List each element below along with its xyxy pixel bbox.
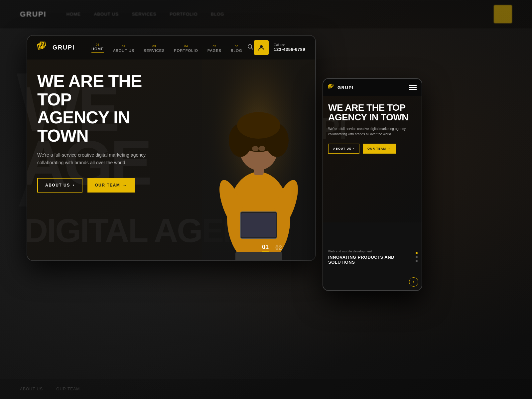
hero-subtext: We're a full-service creative digital ma… bbox=[37, 151, 154, 166]
slide-indicators: 01 02 bbox=[262, 244, 282, 252]
tablet-nav-right: Call us: 123-4356-6789 bbox=[254, 40, 305, 55]
svg-point-17 bbox=[259, 146, 265, 151]
tablet-hero: WE AGE DIGITAL AGENCY GRUPI 01 HOM bbox=[27, 36, 315, 260]
call-info: Call us: 123-4356-6789 bbox=[274, 43, 305, 52]
logo-icon bbox=[37, 42, 49, 54]
phone-navbar: GRUPI bbox=[323, 79, 422, 96]
woman-illustration bbox=[202, 46, 315, 260]
svg-point-15 bbox=[237, 112, 280, 139]
hamburger-menu[interactable] bbox=[409, 85, 417, 90]
phone-hero: PI WE ARE THE TOP AGENCY IN TOWN We're a… bbox=[323, 96, 422, 222]
svg-rect-21 bbox=[328, 85, 332, 88]
tablet-nav-pages[interactable]: 05 PAGES bbox=[207, 45, 221, 53]
tablet-hero-content: WE ARE THE TOP AGENCY IN TOWN We're a fu… bbox=[37, 72, 177, 193]
phone-service-title: INNOVATING PRODUCTS AND SOLUTIONS bbox=[328, 255, 417, 265]
tablet-logo: GRUPI bbox=[37, 42, 75, 54]
tablet-logo-text: GRUPI bbox=[53, 44, 75, 51]
phone-bottom-section: Web and mobile development INNOVATING PR… bbox=[323, 222, 422, 291]
svg-line-4 bbox=[251, 48, 253, 50]
phone-logo-icon bbox=[328, 84, 335, 91]
bg-bottom-bar: ABOUT US OUR TEAM bbox=[0, 379, 532, 399]
svg-point-16 bbox=[252, 146, 259, 151]
hero-buttons: ABOUT US › OUR TEAM → bbox=[37, 178, 177, 193]
svg-rect-1 bbox=[39, 43, 44, 48]
phone-hero-buttons: ABOUT US › OUR TEAM → bbox=[328, 144, 417, 154]
phone-subtext: We're a full-service creative digital ma… bbox=[328, 126, 417, 137]
svg-point-5 bbox=[260, 45, 263, 48]
phone-mockup: GRUPI PI WE ARE THE TOP AGENCY IN TOWN W… bbox=[323, 78, 422, 291]
tablet-nav-home[interactable]: 01 HOME bbox=[91, 43, 104, 53]
tablet-navbar: GRUPI 01 HOME 02 ABOUT US 03 SERVICES bbox=[27, 36, 315, 60]
phone-circle-button[interactable]: › bbox=[409, 277, 418, 287]
phone-service-label: Web and mobile development bbox=[328, 250, 417, 253]
phone-hero-content: WE ARE THE TOP AGENCY IN TOWN We're a fu… bbox=[323, 96, 422, 160]
tablet-nav-about[interactable]: 02 ABOUT US bbox=[113, 45, 134, 53]
phone-headline: WE ARE THE TOP AGENCY IN TOWN bbox=[328, 103, 417, 122]
hero-headline: WE ARE THE TOP AGENCY IN TOWN bbox=[37, 72, 177, 145]
bg-bottom-item-1: ABOUT US bbox=[20, 387, 43, 391]
user-button[interactable] bbox=[254, 40, 269, 55]
phone-about-button[interactable]: ABOUT US › bbox=[328, 144, 359, 154]
tablet-nav-blog[interactable]: 06 BLOG bbox=[231, 45, 242, 53]
phone-logo-text: GRUPI bbox=[337, 85, 354, 90]
phone-logo: GRUPI bbox=[328, 84, 354, 91]
svg-rect-20 bbox=[235, 252, 282, 260]
search-icon[interactable] bbox=[247, 44, 253, 51]
phone-dot-nav bbox=[416, 252, 418, 262]
svg-rect-22 bbox=[329, 84, 332, 87]
phone-team-button[interactable]: OUR TEAM → bbox=[363, 144, 396, 154]
our-team-button[interactable]: OUR TEAM → bbox=[87, 178, 135, 193]
about-us-button[interactable]: ABOUT US › bbox=[37, 178, 82, 193]
tablet-mockup: WE AGE DIGITAL AGENCY GRUPI 01 HOM bbox=[27, 35, 316, 261]
tablet-nav-services[interactable]: 03 SERVICES bbox=[144, 45, 165, 53]
tablet-nav-items: 01 HOME 02 ABOUT US 03 SERVICES 04 POR bbox=[91, 43, 242, 53]
bg-bottom-item-2: OUR TEAM bbox=[56, 387, 80, 391]
tablet-nav-portfolio[interactable]: 04 PORTFOLIO bbox=[174, 45, 198, 53]
svg-rect-19 bbox=[241, 213, 276, 237]
hero-image bbox=[202, 46, 315, 260]
